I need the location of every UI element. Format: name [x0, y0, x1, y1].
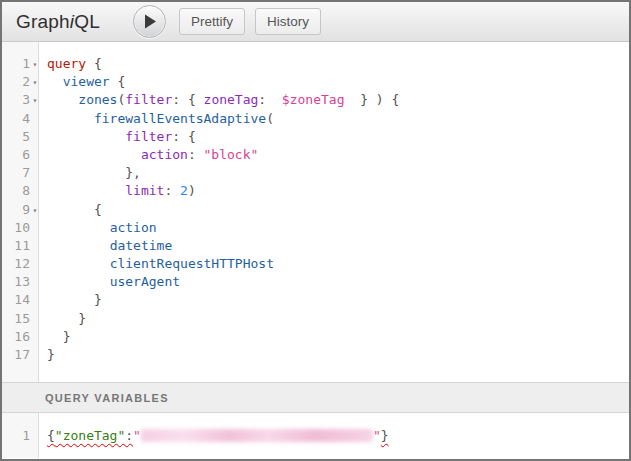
code-line: 13 userAgent — [2, 273, 629, 291]
code-token — [47, 256, 110, 271]
code-text: zones(filter: { zoneTag: $zoneTag } ) { — [40, 91, 399, 109]
code-token: query — [47, 56, 86, 71]
app-title-graph: Graph — [16, 11, 70, 32]
fold-arrow-placeholder — [30, 128, 40, 146]
app-title: GraphiQL — [16, 11, 100, 33]
code-line: 11 datetime — [2, 237, 629, 255]
line-number: 16 — [14, 328, 30, 346]
code-text: action: "block" — [40, 146, 258, 164]
code-token: $zoneTag — [282, 92, 345, 107]
code-token — [47, 129, 125, 144]
code-line: 2▾ viewer { — [2, 73, 629, 91]
fold-arrow-icon[interactable]: ▾ — [30, 55, 40, 73]
code-text: } — [40, 310, 86, 328]
line-number-cell: 12 — [2, 255, 40, 273]
code-token: } — [94, 292, 102, 307]
line-number-cell: 4 — [2, 110, 40, 128]
code-token — [344, 92, 360, 107]
line-number-cell: 15 — [2, 310, 40, 328]
code-token: userAgent — [110, 274, 180, 289]
code-text: query { — [40, 55, 102, 73]
line-number: 1 — [22, 55, 30, 73]
code-token: { — [47, 428, 55, 443]
line-number-cell: 3▾ — [2, 91, 40, 109]
fold-arrow-icon[interactable]: ▾ — [30, 73, 40, 91]
code-token: limit — [125, 183, 164, 198]
code-token: { — [94, 56, 102, 71]
fold-arrow-placeholder — [30, 328, 40, 346]
code-line: 14 } — [2, 291, 629, 309]
code-text: firewallEventsAdaptive( — [40, 110, 274, 128]
query-editor[interactable]: 1▾query {2▾ viewer {3▾ zones(filter: { z… — [2, 42, 629, 382]
query-variables-title: QUERY VARIABLES — [45, 392, 169, 404]
code-token: }, — [125, 165, 141, 180]
code-token — [47, 111, 94, 126]
line-number-cell: 7 — [2, 164, 40, 182]
prettify-button[interactable]: Prettify — [179, 8, 245, 35]
fold-arrow-placeholder — [30, 237, 40, 255]
line-number-cell: 16 — [2, 328, 40, 346]
code-token — [47, 92, 78, 107]
variables-editor[interactable]: 1{"zoneTag":""} — [2, 413, 629, 458]
line-number-cell: 2▾ — [2, 73, 40, 91]
code-token: : — [172, 92, 180, 107]
topbar: GraphiQL Prettify History — [2, 2, 629, 42]
graphiql-window: GraphiQL Prettify History 1▾query {2▾ vi… — [0, 0, 631, 461]
line-number: 10 — [14, 219, 30, 237]
query-variables-header[interactable]: QUERY VARIABLES — [2, 382, 629, 413]
line-number: 8 — [22, 182, 30, 200]
redacted-value — [141, 429, 373, 442]
code-line: 9▾ { — [2, 201, 629, 219]
line-number: 6 — [22, 146, 30, 164]
code-token — [196, 92, 204, 107]
code-token: { — [188, 92, 196, 107]
line-number: 7 — [22, 164, 30, 182]
code-token: zones — [78, 92, 117, 107]
line-number: 9 — [22, 201, 30, 219]
code-line: 17} — [2, 346, 629, 364]
line-number: 14 — [14, 291, 30, 309]
execute-button[interactable] — [133, 5, 166, 38]
code-token: "block" — [204, 147, 259, 162]
code-token: firewallEventsAdaptive — [94, 111, 266, 126]
fold-arrow-placeholder — [30, 427, 40, 445]
code-token: : — [258, 92, 266, 107]
code-token: } — [47, 347, 55, 362]
code-text: } — [40, 328, 70, 346]
code-token: : — [188, 147, 196, 162]
code-token: : — [172, 129, 180, 144]
code-token: { — [391, 92, 399, 107]
history-button[interactable]: History — [255, 8, 321, 35]
code-token: ) — [188, 183, 196, 198]
code-text: { — [40, 201, 102, 219]
fold-arrow-placeholder — [30, 310, 40, 328]
code-token: " — [373, 428, 381, 443]
fold-arrow-placeholder — [30, 219, 40, 237]
line-number: 2 — [22, 73, 30, 91]
line-number-cell: 9▾ — [2, 201, 40, 219]
code-text: {"zoneTag":""} — [40, 427, 389, 445]
line-number-cell: 1▾ — [2, 55, 40, 73]
line-number-cell: 8 — [2, 182, 40, 200]
code-token: } — [381, 428, 389, 443]
code-token — [180, 129, 188, 144]
code-line: 12 clientRequestHTTPHost — [2, 255, 629, 273]
code-line: 10 action — [2, 219, 629, 237]
code-line: 8 limit: 2) — [2, 182, 629, 200]
code-token: "zoneTag" — [55, 428, 125, 443]
code-line: 3▾ zones(filter: { zoneTag: $zoneTag } )… — [2, 91, 629, 109]
fold-arrow-icon[interactable]: ▾ — [30, 201, 40, 219]
line-number-cell: 6 — [2, 146, 40, 164]
fold-arrow-icon[interactable]: ▾ — [30, 91, 40, 109]
code-token: { — [188, 129, 196, 144]
code-text: filter: { — [40, 128, 196, 146]
code-token — [47, 292, 94, 307]
code-token — [180, 92, 188, 107]
code-text: clientRequestHTTPHost — [40, 255, 274, 273]
query-code: 1▾query {2▾ viewer {3▾ zones(filter: { z… — [2, 42, 629, 364]
line-number: 5 — [22, 128, 30, 146]
fold-arrow-placeholder — [30, 182, 40, 200]
code-text: viewer { — [40, 73, 125, 91]
line-number-cell: 1 — [2, 427, 40, 445]
code-token — [266, 92, 282, 107]
